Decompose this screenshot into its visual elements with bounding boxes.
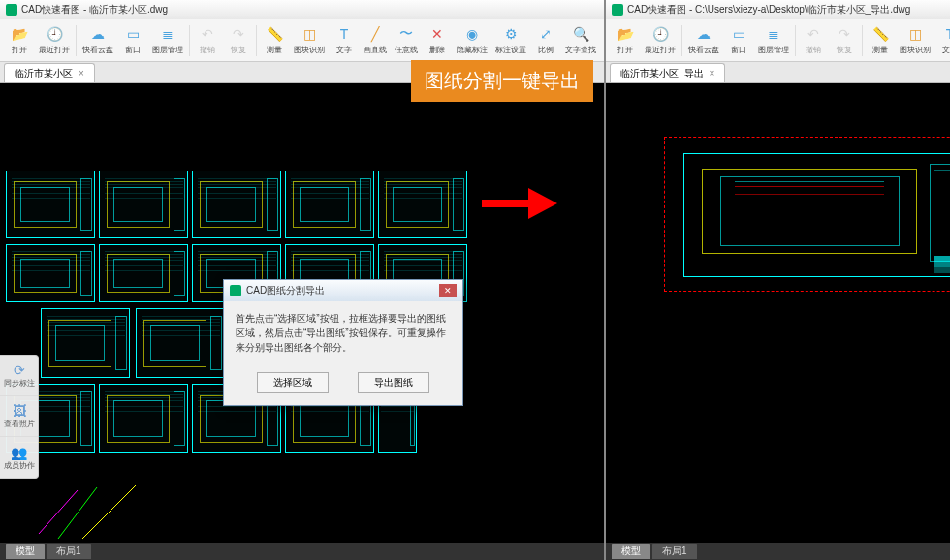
tool-隐藏标注[interactable]: ◉隐藏标注 [453,23,491,57]
tool-图层管理[interactable]: ≣图层管理 [754,23,793,57]
tool-最近打开[interactable]: 🕘最近打开 [641,23,680,57]
side-tool-photo[interactable]: 🖼查看照片 [0,396,38,437]
tool-文字查找[interactable]: 🔍文字查找 [561,23,600,57]
svg-line-1 [58,487,97,539]
tool-撤销[interactable]: ↶撤销 [798,23,829,57]
exported-drawing [683,153,950,277]
right-file-tab[interactable]: 临沂市某小区_导出× [610,63,725,82]
tool-标注设置[interactable]: ⚙标注设置 [491,23,530,57]
drawing-sheet [99,244,188,302]
side-tool-sync[interactable]: ⟳同步标注 [0,356,38,396]
tool-图块识别[interactable]: ◫图块识别 [290,23,329,57]
tool-快看云盘[interactable]: ☁快看云盘 [684,23,723,57]
tool-恢复[interactable]: ↷恢复 [223,23,254,57]
drawing-sheet [41,308,130,378]
tool-任意线[interactable]: 〜任意线 [391,23,422,57]
drawing-sheet [192,171,281,238]
app-icon [6,4,17,16]
right-tabs: 临沂市某小区_导出× [606,62,950,83]
side-toolbar: ⟳同步标注 🖼查看照片 👥成员协作 [0,355,39,479]
drawing-sheet [99,171,188,238]
tool-最近打开[interactable]: 🕘最近打开 [35,23,74,57]
tool-测量[interactable]: 📏测量 [865,23,896,57]
left-bottom-tabs: 模型 布局1 [0,543,604,560]
tool-恢复[interactable]: ↷恢复 [829,23,860,57]
dialog-buttons: 选择区域 导出图纸 [224,364,462,405]
app-icon [612,4,623,16]
split-export-dialog: CAD图纸分割导出 ✕ 首先点击“选择区域”按钮，拉框选择要导出的图纸区域，然后… [223,279,463,406]
left-toolbar: 📂打开🕘最近打开☁快看云盘▭窗口≣图层管理↶撤销↷恢复📏测量◫图块识别T文字╱画… [0,19,604,62]
tool-文字[interactable]: T文字 [329,23,360,57]
drawing-sheet [99,384,188,453]
left-file-tab[interactable]: 临沂市某小区× [4,63,95,82]
model-tab[interactable]: 模型 [6,544,45,559]
tool-文字[interactable]: T文字 [934,23,950,57]
svg-line-0 [39,490,78,534]
layout-tab[interactable]: 布局1 [652,544,697,559]
dialog-body: 首先点击“选择区域”按钮，拉框选择要导出的图纸区域，然后点击“导出图纸”按钮保存… [224,301,462,364]
drawing-sheet [136,308,225,378]
tool-撤销[interactable]: ↶撤销 [192,23,223,57]
tool-快看云盘[interactable]: ☁快看云盘 [79,23,117,57]
right-window: CAD快速看图 - C:\Users\xiezy-a\Desktop\临沂市某小… [606,0,950,560]
tool-画直线[interactable]: ╱画直线 [360,23,391,57]
right-titlebar: CAD快速看图 - C:\Users\xiezy-a\Desktop\临沂市某小… [606,0,950,19]
dialog-close-icon[interactable]: ✕ [439,284,457,297]
left-titlebar: CAD快速看图 - 临沂市某小区.dwg [0,0,604,19]
tool-比例[interactable]: ⤢比例 [530,23,561,57]
svg-marker-4 [528,188,557,219]
feature-banner: 图纸分割一键导出 [411,60,593,102]
left-title: CAD快速看图 - 临沂市某小区.dwg [21,3,168,16]
right-bottom-tabs: 模型 布局1 [606,543,950,560]
sketch-lines [29,485,165,544]
tool-图块识别[interactable]: ◫图块识别 [896,23,934,57]
drawing-sheet [378,171,467,238]
export-drawing-button[interactable]: 导出图纸 [358,372,429,393]
select-region-button[interactable]: 选择区域 [257,372,329,393]
dialog-title: CAD图纸分割导出 [246,284,325,297]
tool-打开[interactable]: 📂打开 [4,23,35,57]
model-tab[interactable]: 模型 [612,544,650,559]
tool-打开[interactable]: 📂打开 [610,23,641,57]
layout-tab[interactable]: 布局1 [47,544,91,559]
drawing-sheet [6,171,95,238]
tool-窗口[interactable]: ▭窗口 [117,23,148,57]
tool-图层管理[interactable]: ≣图层管理 [148,23,187,57]
dialog-titlebar[interactable]: CAD图纸分割导出 ✕ [224,280,462,301]
right-toolbar: 📂打开🕘最近打开☁快看云盘▭窗口≣图层管理↶撤销↷恢复📏测量◫图块识别T文字╱画… [606,19,950,62]
drawing-sheet [6,244,95,302]
tool-窗口[interactable]: ▭窗口 [723,23,754,57]
drawing-sheet [285,171,374,238]
tool-删除[interactable]: ✕删除 [422,23,453,57]
svg-line-2 [82,485,136,539]
right-canvas[interactable]: 模型 布局1 [606,83,950,560]
side-tool-collab[interactable]: 👥成员协作 [0,437,38,478]
right-title: CAD快速看图 - C:\Users\xiezy-a\Desktop\临沂市某小… [627,3,910,16]
dialog-icon [230,285,241,296]
arrow-icon [480,184,557,223]
tool-测量[interactable]: 📏测量 [259,23,290,57]
